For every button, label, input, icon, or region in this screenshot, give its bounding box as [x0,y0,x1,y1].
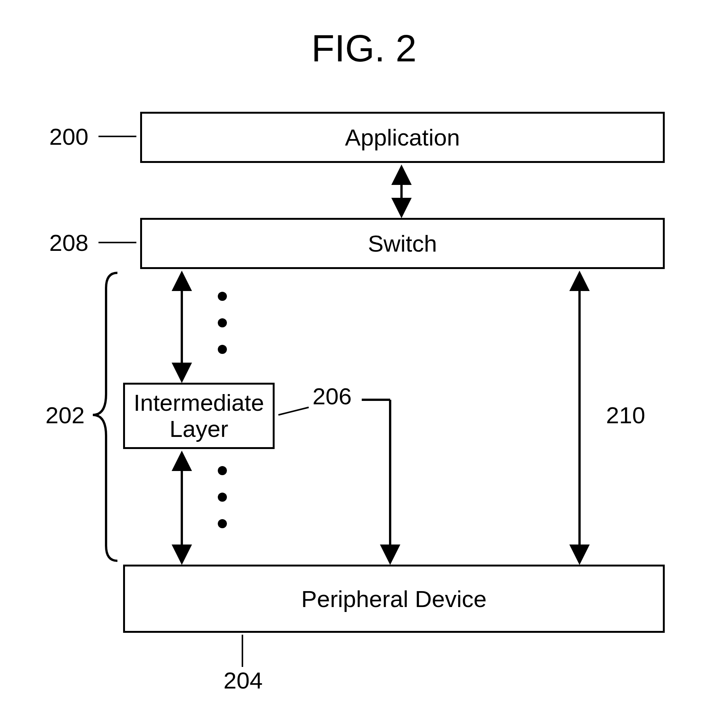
intermediate-label-line1: Intermediate [134,390,264,416]
application-label: Application [345,124,460,151]
ellipsis-dot [218,292,227,301]
peripheral-label: Peripheral Device [301,585,486,612]
ellipsis-dot [218,345,227,354]
brace-202 [93,273,117,561]
intermediate-label-line2: Layer [169,416,228,442]
ellipsis-dot [218,318,227,327]
ref-208: 208 [49,229,88,256]
ref-204: 204 [223,667,262,694]
ellipsis-dot [218,519,227,528]
application-box: Application [140,112,665,163]
ref-200: 200 [49,123,88,150]
diagram-canvas: FIG. 2 Application 200 Switch 208 Interm… [0,0,728,712]
ref-202: 202 [45,402,84,429]
leader-206 [278,407,309,415]
switch-box: Switch [140,218,665,269]
ellipsis-dot [218,493,227,502]
ellipsis-dot [218,466,227,475]
ref-206: 206 [312,383,352,410]
figure-title: FIG. 2 [0,27,728,70]
intermediate-box: Intermediate Layer [123,383,275,449]
ref-210: 210 [606,402,645,429]
switch-label: Switch [368,230,437,257]
peripheral-box: Peripheral Device [123,565,665,633]
